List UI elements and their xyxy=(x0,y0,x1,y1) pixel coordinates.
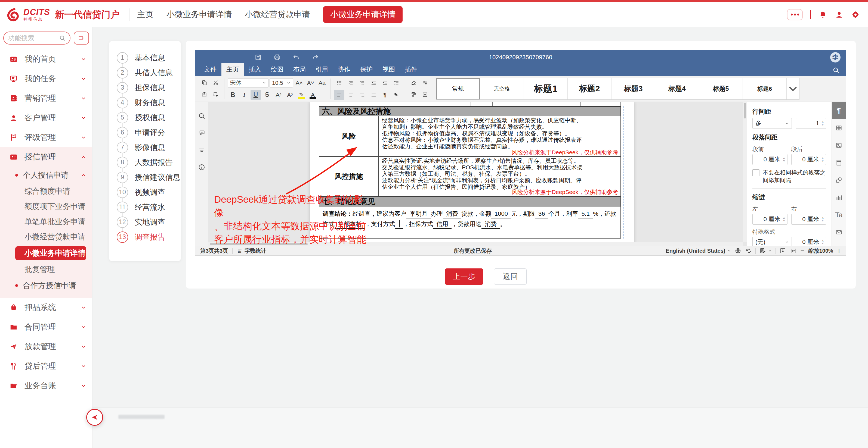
style-标题6[interactable]: 标题6 xyxy=(743,78,787,99)
style-标题4[interactable]: 标题4 xyxy=(655,78,699,99)
sidebar-item-业务台账[interactable]: 业务台账 xyxy=(0,376,92,395)
increase-indent-icon[interactable] xyxy=(380,78,390,88)
sidebar-item-授信管理[interactable]: 授信管理 xyxy=(0,147,92,167)
line-spacing-select[interactable]: 多 xyxy=(752,118,792,129)
editing-mode-button[interactable] xyxy=(760,247,772,254)
sidebar-item-客户管理[interactable]: 客户管理 xyxy=(0,108,92,128)
page-indicator[interactable]: 第3页共3页 xyxy=(200,247,228,254)
style-标题3[interactable]: 标题3 xyxy=(612,78,655,99)
subscript-button[interactable]: A2 xyxy=(285,90,295,100)
risk-row-content[interactable]: 经营风险：小微企业市场竞争力弱，易受行业波动（如政策变化、供应链中断、 竞争加剧… xyxy=(379,116,620,156)
text-frame-icon[interactable] xyxy=(420,90,430,100)
format-painter-icon[interactable] xyxy=(408,90,418,100)
fit-page-icon[interactable] xyxy=(780,247,786,254)
sidebar-subitem-单笔单批业务申请[interactable]: 单笔单批业务申请 xyxy=(0,214,92,229)
notifications-bell-icon[interactable] xyxy=(818,10,827,19)
sidebar-subitem-小微经营贷款申请[interactable]: 小微经营贷款申请 xyxy=(0,229,92,244)
save-icon[interactable] xyxy=(255,54,262,61)
paragraph-panel-icon[interactable]: ¶ xyxy=(832,102,846,119)
tab-4-active[interactable]: 小微业务申请详情 xyxy=(323,6,403,23)
style-标题2[interactable]: 标题2 xyxy=(568,78,612,99)
settings-gear-icon[interactable] xyxy=(851,10,860,19)
step-3-担保信息[interactable]: 3担保信息 xyxy=(109,80,181,95)
sidebar-subitem-小微业务申请详情-active[interactable]: 小微业务申请详情 xyxy=(15,246,86,260)
search-input[interactable] xyxy=(8,34,59,42)
step-6-申请评分[interactable]: 6申请评分 xyxy=(109,125,181,140)
editor-menu-文件[interactable]: 文件 xyxy=(199,63,221,76)
sidebar-item-贷后管理[interactable]: 贷后管理 xyxy=(0,356,92,376)
pilcrow-button[interactable]: ¶ xyxy=(380,90,390,100)
decrease-indent-icon[interactable] xyxy=(368,78,379,88)
bold-button[interactable]: B xyxy=(228,90,238,100)
bullet-list-icon[interactable] xyxy=(334,78,344,88)
select-tool-icon[interactable] xyxy=(211,90,221,100)
step-13-调查报告[interactable]: 13调查报告 xyxy=(109,230,181,244)
multilevel-list-icon[interactable] xyxy=(357,78,367,88)
highlight-button[interactable]: ✎ xyxy=(296,90,307,100)
fit-width-icon[interactable] xyxy=(790,247,797,254)
paste-icon[interactable] xyxy=(199,90,210,100)
sidebar-item-营销管理[interactable]: 营销管理 xyxy=(0,89,92,108)
step-11-经营流水[interactable]: 11经营流水 xyxy=(109,200,181,215)
previous-step-button[interactable]: 上一步 xyxy=(445,268,483,285)
mail-merge-panel-icon[interactable] xyxy=(832,223,846,241)
comments-icon[interactable] xyxy=(198,129,205,137)
special-format-stepper[interactable]: 0 厘米˄˅ xyxy=(796,237,826,246)
language-selector[interactable]: English (United States) xyxy=(666,248,731,254)
font-color-button[interactable]: A xyxy=(308,90,318,100)
cut-icon[interactable] xyxy=(211,78,221,88)
step-9-授信建议信息[interactable]: 9授信建议信息 xyxy=(109,170,181,185)
menu-toggle-button[interactable] xyxy=(74,32,89,44)
vertical-scrollbar[interactable] xyxy=(743,102,747,242)
clear-format-eraser-icon[interactable] xyxy=(408,78,418,88)
step-10-视频调查[interactable]: 10视频调查 xyxy=(109,185,181,200)
align-center-icon[interactable] xyxy=(345,90,356,100)
same-style-spacing-checkbox[interactable] xyxy=(752,169,760,176)
image-panel-icon[interactable] xyxy=(832,137,846,154)
sidebar-item-押品系统[interactable]: 押品系统 xyxy=(0,298,92,317)
editor-menu-协作[interactable]: 协作 xyxy=(333,63,355,76)
styles-gallery-expand-icon[interactable] xyxy=(787,78,799,99)
step-5-授权信息[interactable]: 5授权信息 xyxy=(109,110,181,125)
editor-search-icon[interactable] xyxy=(832,67,839,74)
more-button[interactable] xyxy=(787,9,803,21)
strikethrough-button[interactable]: S xyxy=(262,90,272,100)
step-1-基本信息[interactable]: 1基本信息 xyxy=(109,50,181,65)
italic-button[interactable]: I xyxy=(239,90,249,100)
chart-panel-icon[interactable] xyxy=(832,189,846,206)
grow-font-button[interactable]: A˄ xyxy=(294,78,304,88)
redo-icon[interactable] xyxy=(312,54,319,61)
step-2-共借人信息[interactable]: 2共借人信息 xyxy=(109,65,181,80)
back-button[interactable]: 返回 xyxy=(494,268,527,285)
vertical-scroll-thumb[interactable] xyxy=(744,103,746,118)
sidebar-subitem-批复管理[interactable]: 批复管理 xyxy=(0,262,92,277)
tab-2[interactable]: 小微业务申请详情 xyxy=(166,6,232,23)
numbered-list-icon[interactable] xyxy=(345,78,356,88)
editor-menu-主页[interactable]: 主页 xyxy=(221,63,244,76)
sidebar-subitem-综合额度申请[interactable]: 综合额度申请 xyxy=(0,184,92,199)
editor-menu-视图[interactable]: 视图 xyxy=(377,63,400,76)
editor-menu-布局[interactable]: 布局 xyxy=(288,63,311,76)
editor-menu-引用[interactable]: 引用 xyxy=(311,63,333,76)
sidebar-item-评级管理[interactable]: 评级管理 xyxy=(0,128,92,147)
line-spacing-icon[interactable] xyxy=(391,78,402,88)
sidebar-item-我的首页[interactable]: 我的首页 xyxy=(0,49,92,69)
indent-right-stepper[interactable]: 0 厘米˄˅ xyxy=(791,214,826,225)
sidebar-item-合同管理[interactable]: 合同管理 xyxy=(0,317,92,337)
editor-user-avatar[interactable]: 李 xyxy=(830,52,840,63)
step-7-影像信息[interactable]: 7影像信息 xyxy=(109,140,181,155)
measures-row-content[interactable]: 经营真实性验证:实地走访经营场所，观察生产/销售情况、库存、员工状态等。 交叉验… xyxy=(379,157,620,196)
font-size-select[interactable]: 10.5 xyxy=(270,78,293,88)
change-case-button[interactable]: Aa xyxy=(317,78,327,88)
sidebar-item-我的任务[interactable]: 我的任务 xyxy=(0,69,92,89)
sidebar-subitem-个人授信申请[interactable]: 个人授信申请 xyxy=(0,167,92,184)
spellcheck-icon[interactable] xyxy=(745,247,751,254)
align-right-icon[interactable] xyxy=(357,90,367,100)
sidebar-item-放款管理[interactable]: 放款管理 xyxy=(0,337,92,356)
copy-icon[interactable] xyxy=(199,78,210,88)
style-标题1[interactable]: 标题1 xyxy=(524,78,568,99)
shapes-panel-icon[interactable] xyxy=(832,171,846,189)
color-scheme-icon[interactable] xyxy=(420,78,430,88)
align-left-icon[interactable] xyxy=(334,90,344,100)
shrink-font-button[interactable]: A˅ xyxy=(306,78,316,88)
